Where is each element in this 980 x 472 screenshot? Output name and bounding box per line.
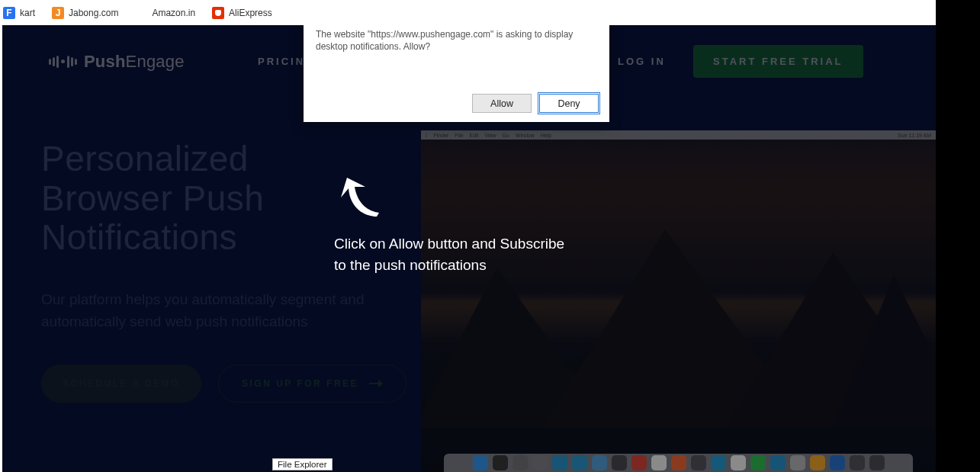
bookmark-label: AliExpress xyxy=(229,8,272,18)
aliexpress-icon xyxy=(212,7,224,19)
bookmark-amazon[interactable]: a Amazon.in xyxy=(135,7,195,19)
dialog-actions: Allow Deny xyxy=(472,94,599,113)
page-viewport:  Finder File Edit View Go Window Help S… xyxy=(2,25,936,472)
bookmark-label: Amazon.in xyxy=(152,8,195,18)
pointer-arrow-icon xyxy=(335,175,388,228)
bookmark-jabong[interactable]: J Jabong.com xyxy=(52,7,118,19)
bookmark-aliexpress[interactable]: AliExpress xyxy=(212,7,272,19)
notification-permission-dialog: Desktop notifications permission request… xyxy=(304,25,609,122)
right-black-strip xyxy=(936,0,980,472)
flipkart-icon: F xyxy=(3,7,15,19)
jabong-icon: J xyxy=(52,7,64,19)
deny-button[interactable]: Deny xyxy=(539,94,599,113)
dialog-message: The website "https://www.pushengage.com"… xyxy=(316,28,597,53)
bookmark-label: kart xyxy=(20,8,35,18)
taskbar-tooltip-file-explorer: File Explorer xyxy=(272,458,333,470)
allow-button[interactable]: Allow xyxy=(472,94,532,113)
instruction-text: Click on Allow button and Subscribe to t… xyxy=(334,233,564,275)
amazon-icon: a xyxy=(135,7,147,19)
bookmark-label: Jabong.com xyxy=(69,8,118,18)
bookmark-kart[interactable]: F kart xyxy=(3,7,35,19)
browser-bookmarks-bar: F kart J Jabong.com a Amazon.in AliExpre… xyxy=(0,0,936,25)
